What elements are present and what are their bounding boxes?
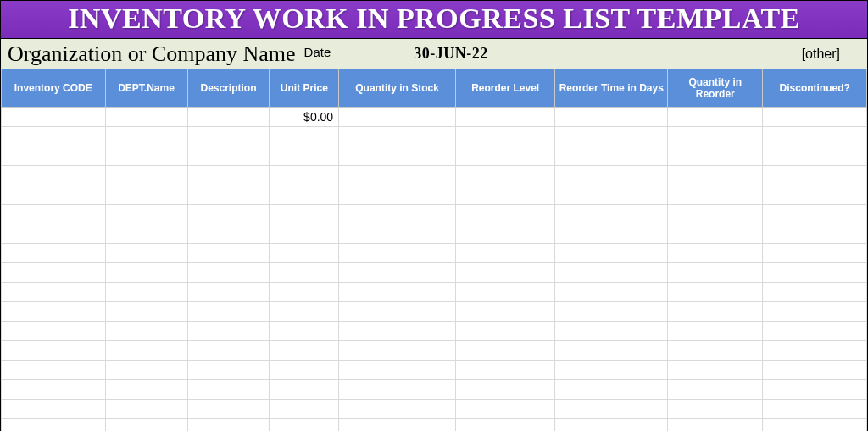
cell-quantity-reorder[interactable]	[668, 400, 763, 419]
cell-reorder-time[interactable]	[555, 244, 668, 263]
cell-reorder-time[interactable]	[555, 108, 668, 127]
cell-quantity-reorder[interactable]	[668, 166, 763, 185]
cell-quantity-stock[interactable]	[339, 127, 456, 146]
cell-inventory-code[interactable]	[2, 224, 106, 244]
cell-reorder-level[interactable]	[455, 244, 554, 263]
cell-reorder-level[interactable]	[455, 205, 554, 224]
cell-discontinued[interactable]	[763, 283, 867, 302]
cell-unit-price[interactable]	[270, 166, 339, 185]
table-row[interactable]	[2, 205, 867, 224]
cell-quantity-stock[interactable]	[339, 224, 456, 244]
cell-unit-price[interactable]	[270, 400, 339, 419]
cell-inventory-code[interactable]	[2, 185, 106, 205]
cell-description[interactable]	[187, 322, 270, 341]
cell-description[interactable]	[187, 205, 270, 224]
cell-inventory-code[interactable]	[2, 283, 106, 302]
cell-description[interactable]	[187, 400, 270, 419]
cell-inventory-code[interactable]	[2, 127, 106, 146]
cell-dept-name[interactable]	[105, 400, 187, 419]
cell-description[interactable]	[187, 244, 270, 263]
cell-quantity-reorder[interactable]	[668, 185, 763, 205]
table-row[interactable]	[2, 341, 867, 361]
cell-quantity-stock[interactable]	[339, 400, 456, 419]
cell-dept-name[interactable]	[105, 380, 187, 400]
table-row[interactable]	[2, 380, 867, 400]
cell-discontinued[interactable]	[763, 244, 867, 263]
cell-quantity-stock[interactable]	[339, 361, 456, 380]
cell-reorder-level[interactable]	[455, 400, 554, 419]
table-row[interactable]	[2, 302, 867, 322]
cell-description[interactable]	[187, 263, 270, 283]
table-row[interactable]	[2, 419, 867, 432]
cell-discontinued[interactable]	[763, 166, 867, 185]
cell-dept-name[interactable]	[105, 146, 187, 166]
cell-discontinued[interactable]	[763, 127, 867, 146]
cell-reorder-time[interactable]	[555, 283, 668, 302]
cell-reorder-time[interactable]	[555, 322, 668, 341]
cell-dept-name[interactable]	[105, 185, 187, 205]
cell-dept-name[interactable]	[105, 302, 187, 322]
cell-reorder-level[interactable]	[455, 419, 554, 432]
cell-reorder-level[interactable]	[455, 185, 554, 205]
cell-unit-price[interactable]	[270, 185, 339, 205]
cell-reorder-time[interactable]	[555, 341, 668, 361]
cell-quantity-stock[interactable]	[339, 302, 456, 322]
cell-quantity-stock[interactable]	[339, 380, 456, 400]
cell-quantity-reorder[interactable]	[668, 108, 763, 127]
cell-inventory-code[interactable]	[2, 166, 106, 185]
cell-dept-name[interactable]	[105, 205, 187, 224]
cell-description[interactable]	[187, 146, 270, 166]
cell-reorder-level[interactable]	[455, 263, 554, 283]
cell-dept-name[interactable]	[105, 166, 187, 185]
cell-discontinued[interactable]	[763, 108, 867, 127]
table-row[interactable]	[2, 185, 867, 205]
cell-dept-name[interactable]	[105, 322, 187, 341]
cell-reorder-time[interactable]	[555, 166, 668, 185]
cell-discontinued[interactable]	[763, 322, 867, 341]
cell-unit-price[interactable]	[270, 263, 339, 283]
cell-description[interactable]	[187, 302, 270, 322]
cell-reorder-level[interactable]	[455, 380, 554, 400]
cell-discontinued[interactable]	[763, 146, 867, 166]
cell-inventory-code[interactable]	[2, 322, 106, 341]
table-row[interactable]	[2, 127, 867, 146]
cell-quantity-reorder[interactable]	[668, 205, 763, 224]
cell-dept-name[interactable]	[105, 341, 187, 361]
cell-discontinued[interactable]	[763, 419, 867, 432]
cell-inventory-code[interactable]	[2, 400, 106, 419]
cell-discontinued[interactable]	[763, 380, 867, 400]
cell-unit-price[interactable]	[270, 302, 339, 322]
cell-reorder-level[interactable]	[455, 361, 554, 380]
table-row[interactable]	[2, 166, 867, 185]
cell-dept-name[interactable]	[105, 108, 187, 127]
cell-description[interactable]	[187, 419, 270, 432]
cell-dept-name[interactable]	[105, 263, 187, 283]
cell-unit-price[interactable]	[270, 361, 339, 380]
cell-reorder-level[interactable]	[455, 302, 554, 322]
cell-reorder-time[interactable]	[555, 205, 668, 224]
table-row[interactable]	[2, 224, 867, 244]
cell-reorder-time[interactable]	[555, 146, 668, 166]
cell-unit-price[interactable]	[270, 146, 339, 166]
table-row[interactable]	[2, 400, 867, 419]
cell-reorder-time[interactable]	[555, 419, 668, 432]
cell-quantity-stock[interactable]	[339, 341, 456, 361]
cell-quantity-reorder[interactable]	[668, 146, 763, 166]
cell-inventory-code[interactable]	[2, 244, 106, 263]
cell-reorder-time[interactable]	[555, 185, 668, 205]
cell-unit-price[interactable]	[270, 224, 339, 244]
table-row[interactable]	[2, 322, 867, 341]
cell-description[interactable]	[187, 361, 270, 380]
cell-reorder-level[interactable]	[455, 108, 554, 127]
table-row[interactable]	[2, 263, 867, 283]
cell-unit-price[interactable]	[270, 380, 339, 400]
cell-quantity-stock[interactable]	[339, 108, 456, 127]
cell-reorder-time[interactable]	[555, 263, 668, 283]
cell-reorder-level[interactable]	[455, 146, 554, 166]
cell-inventory-code[interactable]	[2, 380, 106, 400]
cell-quantity-reorder[interactable]	[668, 419, 763, 432]
cell-description[interactable]	[187, 224, 270, 244]
cell-unit-price[interactable]: $0.00	[270, 108, 339, 127]
cell-dept-name[interactable]	[105, 127, 187, 146]
cell-dept-name[interactable]	[105, 283, 187, 302]
